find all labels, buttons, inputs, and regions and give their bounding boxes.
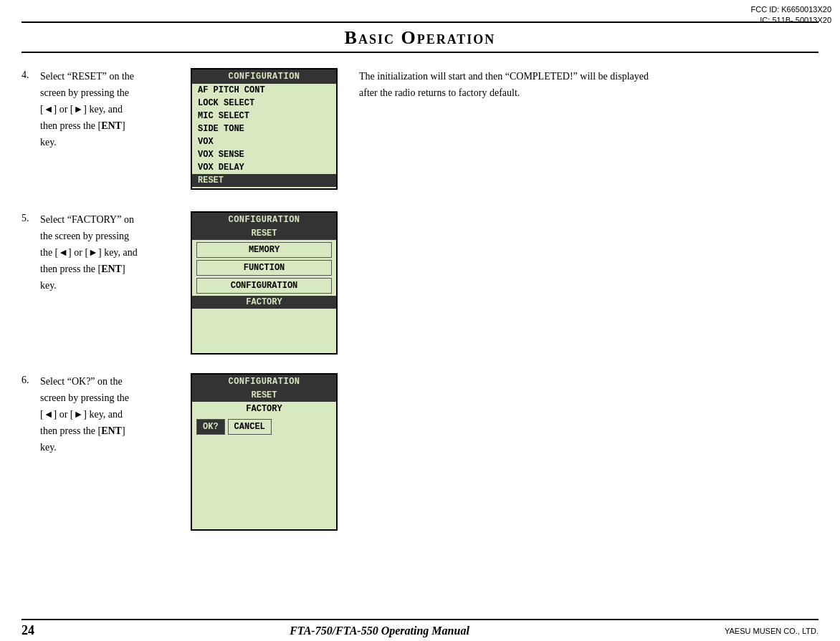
fcc-line1: FCC ID: K6650013X20 (750, 4, 831, 15)
lcd2-item-1: RESET (192, 227, 336, 240)
lcd-screen-1: CONFIGURATION AF PITCH CONT LOCK SELECT … (191, 68, 338, 190)
lcd2-item-3: FUNCTION (196, 260, 332, 276)
lcd2-spacer (192, 309, 336, 330)
step-5-number: 5. (22, 211, 40, 224)
footer: 24 FTA-750/FTA-550 Operating Manual YAES… (0, 619, 840, 641)
publisher: YAESU MUSEN CO., LTD. (725, 627, 818, 635)
steps-container: 4. Select “RESET” on thescreen by pressi… (22, 68, 818, 539)
step-4-screen: CONFIGURATION AF PITCH CONT LOCK SELECT … (191, 68, 338, 190)
step-6-text: Select “OK?” on thescreen by pressing th… (40, 373, 183, 456)
lcd1-item-8: RESET (192, 174, 336, 187)
lcd-screen-3: CONFIGURATION RESET FACTORY OK? CANCEL (191, 373, 338, 531)
lcd2-item-5: FACTORY (192, 296, 336, 309)
step-4-explanation: The initialization will start and then “… (359, 68, 667, 101)
lcd3-item-1: RESET (192, 389, 336, 402)
manual-title: FTA-750/FTA-550 Operating Manual (290, 625, 469, 637)
step-6-number: 6. (22, 373, 40, 386)
lcd1-item-1: AF PITCH CONT (192, 84, 336, 97)
step-5-block: 5. Select “FACTORY” onthe screen by pres… (22, 211, 818, 355)
lcd1-title: CONFIGURATION (192, 69, 336, 84)
lcd2-item-2: MEMORY (196, 242, 332, 258)
step-4-number: 4. (22, 68, 40, 81)
footer-content: 24 FTA-750/FTA-550 Operating Manual YAES… (0, 620, 840, 641)
page-number: 24 (22, 623, 34, 638)
title-line-bottom (22, 52, 818, 53)
lcd3-ok-button[interactable]: OK? (196, 419, 225, 435)
explanation-text: The initialization will start and then “… (359, 68, 667, 101)
lcd3-buttons: OK? CANCEL (196, 419, 332, 435)
lcd1-item-4: SIDE TONE (192, 122, 336, 135)
step-5-screen: CONFIGURATION RESET MEMORY FUNCTION CONF… (191, 211, 338, 355)
lcd3-title: CONFIGURATION (192, 375, 336, 389)
step-6-screen: CONFIGURATION RESET FACTORY OK? CANCEL (191, 373, 338, 531)
step-4-text: Select “RESET” on thescreen by pressing … (40, 68, 183, 150)
spacer2 (22, 363, 818, 373)
lcd1-item-3: MIC SELECT (192, 110, 336, 122)
title-section: Basic Operation (0, 21, 840, 53)
lcd3-spacer (192, 438, 336, 481)
step-5-text: Select “FACTORY” onthe screen by pressin… (40, 211, 183, 294)
lcd-screen-2: CONFIGURATION RESET MEMORY FUNCTION CONF… (191, 211, 338, 355)
lcd1-item-5: VOX (192, 135, 336, 148)
lcd2-item-4: CONFIGURATION (196, 278, 332, 294)
page-title: Basic Operation (0, 23, 840, 52)
lcd1-item-2: LOCK SELECT (192, 97, 336, 110)
lcd2-title: CONFIGURATION (192, 213, 336, 227)
lcd1-item-6: VOX SENSE (192, 148, 336, 161)
step-6-block: 6. Select “OK?” on thescreen by pressing… (22, 373, 818, 531)
lcd3-item-2: FACTORY (192, 402, 336, 416)
step-4-block: 4. Select “RESET” on thescreen by pressi… (22, 68, 818, 190)
spacer1 (22, 198, 818, 211)
lcd3-cancel-button[interactable]: CANCEL (228, 419, 272, 435)
lcd1-item-7: VOX DELAY (192, 161, 336, 174)
